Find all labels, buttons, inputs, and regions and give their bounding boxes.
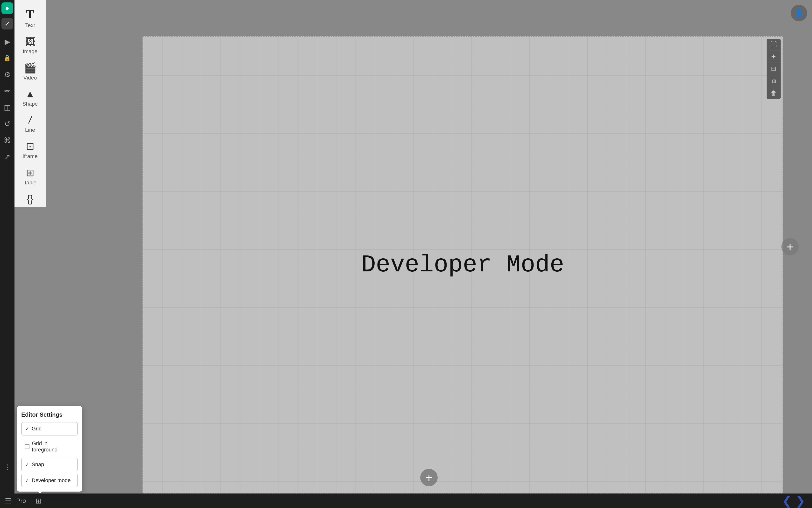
share-icon: ↗ (4, 153, 10, 161)
settings-button[interactable]: ⚙ (0, 67, 14, 82)
line-tool-label: Line (25, 127, 35, 133)
brand-icon: ● (5, 4, 9, 12)
magic-button[interactable]: ✦ (767, 51, 780, 63)
plan-label: Pro (16, 497, 26, 505)
link-icon: ⌘ (4, 136, 11, 144)
fullscreen-button[interactable]: ⛶ (767, 39, 780, 51)
table-tool-label: Table (24, 179, 37, 186)
add-bottom-button[interactable]: + (420, 469, 438, 486)
developer-mode-option[interactable]: ✓ Developer mode (21, 474, 78, 487)
grid-option[interactable]: ✓ Grid (21, 422, 78, 435)
menu-button[interactable]: ☰ (5, 497, 11, 505)
tool-shape[interactable]: ▲ Shape (14, 83, 46, 110)
bottom-bar: ☰ Pro ⊞ (0, 494, 812, 508)
tool-image[interactable]: 🖼 Image (14, 31, 46, 57)
user-avatar-button[interactable]: 👤 (791, 5, 807, 21)
pen-icon: ✏ (4, 87, 10, 95)
link-button[interactable]: ⌘ (0, 133, 14, 147)
grid-foreground-option[interactable]: Grid in foreground (21, 438, 78, 455)
floating-toolbar: ⛶ ✦ ⊟ ⧉ 🗑 (767, 39, 780, 99)
prev-arrow-button[interactable]: ❮ (780, 494, 794, 508)
columns-button[interactable]: ⊟ (767, 63, 780, 75)
snap-option-label: Snap (32, 461, 44, 468)
developer-mode-label: Developer mode (32, 477, 70, 483)
iframe-tool-label: Iframe (22, 153, 38, 160)
tool-more[interactable]: {} (14, 188, 46, 207)
left-icon-bar: ● ✓ ▶ 🔒 ⚙ ✏ ◫ ↺ ⌘ ↗ ⋮ (0, 0, 14, 494)
lock-icon: 🔒 (4, 55, 11, 61)
history-icon: ↺ (4, 120, 10, 128)
tool-panel: T Text 🖼 Image 🎬 Video ▲ Shape / Line ⊡ … (14, 0, 46, 207)
add-right-button[interactable]: + (781, 238, 799, 255)
canvas-main-text: Developer Mode (361, 251, 564, 279)
shape-tool-icon: ▲ (25, 88, 35, 100)
text-tool-label: Text (25, 22, 35, 29)
user-icon: 👤 (795, 9, 804, 17)
image-tool-icon: 🖼 (25, 36, 35, 47)
developer-mode-check-icon: ✓ (25, 477, 29, 483)
grid-toggle-button[interactable]: ⊞ (36, 497, 42, 505)
text-tool-icon: T (26, 7, 34, 21)
popup-arrow (38, 492, 42, 496)
tool-text[interactable]: T Text (14, 2, 46, 31)
tool-video[interactable]: 🎬 Video (14, 57, 46, 83)
grid-foreground-checkbox (25, 444, 30, 449)
check-icon: ✓ (5, 20, 10, 28)
nav-arrows: ❮ ❯ (775, 494, 812, 508)
line-tool-icon: / (29, 114, 32, 126)
share-button[interactable]: ↗ (0, 150, 14, 164)
canvas-frame[interactable]: Developer Mode (143, 36, 783, 494)
brand-button[interactable]: ● (1, 2, 13, 14)
lock-button[interactable]: 🔒 (0, 51, 14, 65)
layers-button[interactable]: ◫ (0, 100, 14, 115)
grid-check-icon: ✓ (25, 426, 29, 432)
history-button[interactable]: ↺ (0, 117, 14, 131)
canvas-area: Developer Mode ⛶ ✦ ⊟ ⧉ 🗑 + + (46, 0, 812, 494)
snap-option[interactable]: ✓ Snap (21, 458, 78, 471)
video-tool-icon: 🎬 (24, 62, 37, 74)
more-tool-icon: {} (27, 193, 33, 205)
image-tool-label: Image (23, 48, 38, 55)
grid-foreground-label: Grid in foreground (32, 440, 75, 453)
done-button[interactable]: ✓ (1, 18, 13, 30)
pen-button[interactable]: ✏ (0, 84, 14, 98)
video-tool-label: Video (23, 75, 37, 81)
more-button[interactable]: ⋮ (0, 460, 14, 474)
settings-icon: ⚙ (4, 70, 11, 79)
iframe-tool-icon: ⊡ (26, 140, 34, 152)
table-tool-icon: ⊞ (26, 167, 34, 179)
play-icon: ▶ (5, 37, 10, 46)
tool-line[interactable]: / Line (14, 110, 46, 136)
next-arrow-button[interactable]: ❯ (794, 494, 807, 508)
tool-iframe[interactable]: ⊡ Iframe (14, 136, 46, 162)
tool-table[interactable]: ⊞ Table (14, 162, 46, 188)
grid-option-label: Grid (32, 426, 42, 432)
snap-check-icon: ✓ (25, 462, 29, 467)
delete-button[interactable]: 🗑 (767, 87, 780, 99)
play-button[interactable]: ▶ (0, 34, 14, 49)
editor-settings-popup: Editor Settings ✓ Grid Grid in foregroun… (17, 406, 82, 492)
layers-icon: ◫ (4, 103, 11, 112)
shape-tool-label: Shape (22, 101, 38, 107)
editor-settings-title: Editor Settings (21, 411, 78, 418)
copy-button[interactable]: ⧉ (767, 75, 780, 87)
more-icon: ⋮ (4, 463, 11, 471)
